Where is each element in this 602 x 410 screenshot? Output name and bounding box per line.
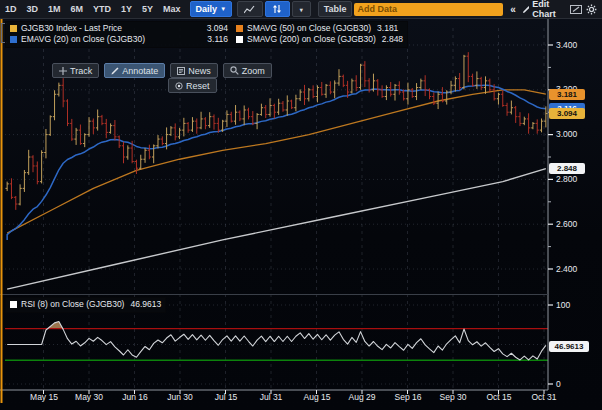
rsi-tick-100: 100 [556, 300, 570, 310]
reset-button[interactable]: Reset [168, 78, 217, 93]
news-label: News [188, 66, 211, 76]
y-tick-3400: 3.400 [556, 40, 577, 50]
y-tick-2600: 2.600 [556, 219, 577, 229]
rsi-legend-item: RSI (8) on Close (GJGB30) 46.9613 [10, 299, 161, 310]
price-and-rsi-chart[interactable] [0, 0, 602, 410]
rsi-tick-0: 0 [556, 379, 561, 389]
reset-label: Reset [186, 81, 210, 91]
chart-tool-buttons: Track Annotate News Zoom [52, 63, 272, 78]
crosshair-icon [59, 67, 67, 75]
news-icon [177, 67, 185, 75]
legend-label: GJGB30 Index - Last Price [21, 23, 122, 34]
x-label-may15: May 15 [21, 392, 67, 402]
x-label-sep30: Sep 30 [430, 392, 476, 402]
x-label-jul31: Jul 31 [248, 392, 294, 402]
legend-label: SMAVG (50) on Close (GJGB30) [247, 23, 371, 34]
x-label-jun30: Jun 30 [157, 392, 203, 402]
x-label-jun16: Jun 16 [112, 392, 158, 402]
last-price-swatch-icon [10, 25, 17, 32]
legend-emavg20: EMAVG (20) on Close (GJGB30) 3.116 [10, 34, 228, 45]
sma50-price-badge: 3.181 [549, 89, 585, 100]
zoom-button[interactable]: Zoom [223, 63, 272, 78]
legend-smavg200: SMAVG (200) on Close (GJGB30) 2.848 [236, 34, 403, 45]
last-price-badge: 3.094 [549, 108, 585, 119]
x-label-oct31: Oct 31 [521, 392, 567, 402]
legend-value: 2.848 [376, 34, 403, 45]
legend-label: SMAVG (200) on Close (GJGB30) [247, 34, 376, 45]
smavg200-swatch-icon [236, 36, 243, 43]
chart-legend: GJGB30 Index - Last Price 3.094 SMAVG (5… [5, 21, 408, 48]
rsi-swatch-icon [10, 301, 17, 308]
y-tick-2400: 2.400 [556, 264, 577, 274]
rsi-legend: RSI (8) on Close (GJGB30) 46.9613 [5, 297, 166, 313]
annotate-button[interactable]: Annotate [104, 63, 165, 78]
legend-smavg50: SMAVG (50) on Close (GJGB30) 3.181 [236, 23, 398, 34]
reset-target-icon [175, 82, 183, 90]
legend-value: 3.094 [201, 23, 228, 34]
x-label-jul15: Jul 15 [203, 392, 249, 402]
legend-value: 3.181 [371, 23, 398, 34]
pencil-icon [111, 67, 119, 75]
y-tick-2800: 2.800 [556, 174, 577, 184]
search-icon [230, 66, 239, 75]
rsi-legend-value: 46.9613 [124, 299, 161, 310]
x-label-aug29: Aug 29 [339, 392, 385, 402]
legend-label: EMAVG (20) on Close (GJGB30) [21, 34, 145, 45]
x-label-aug15: Aug 15 [294, 392, 340, 402]
annotate-label: Annotate [122, 66, 158, 76]
rsi-legend-label: RSI (8) on Close (GJGB30) [21, 299, 124, 310]
track-label: Track [70, 66, 92, 76]
sma200-price-badge: 2.848 [549, 163, 585, 174]
news-button[interactable]: News [170, 63, 218, 78]
x-label-may30: May 30 [66, 392, 112, 402]
emavg20-swatch-icon [10, 36, 17, 43]
zoom-label: Zoom [242, 66, 265, 76]
track-button[interactable]: Track [52, 63, 99, 78]
legend-value: 3.116 [201, 34, 228, 45]
x-label-oct15: Oct 15 [476, 392, 522, 402]
rsi-value-badge: 46.9613 [549, 341, 589, 352]
y-tick-3000: 3.000 [556, 129, 577, 139]
x-label-sep16: Sep 16 [385, 392, 431, 402]
legend-last-price: GJGB30 Index - Last Price 3.094 [10, 23, 228, 34]
reset-row: Reset [168, 78, 217, 93]
smavg50-swatch-icon [236, 25, 243, 32]
